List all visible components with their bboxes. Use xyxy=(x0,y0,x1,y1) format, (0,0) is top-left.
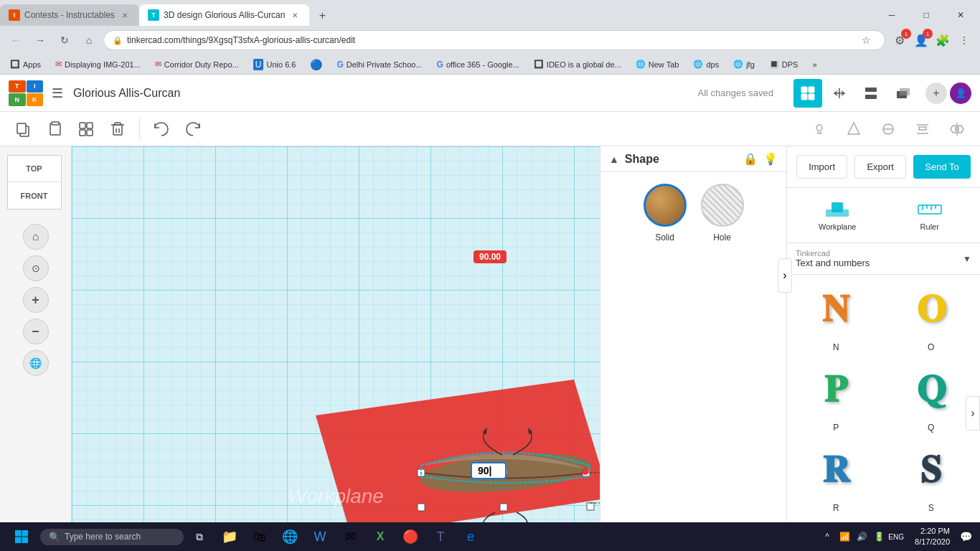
tray-sound-icon[interactable]: 🔊 xyxy=(854,529,869,544)
taskbar-chrome-icon[interactable]: 🌐 xyxy=(275,524,304,550)
group-button[interactable] xyxy=(72,115,100,143)
bookmark-jfg[interactable]: 🌐 jfg xyxy=(729,58,759,70)
subtract-button[interactable] xyxy=(874,115,903,143)
shape-button[interactable] xyxy=(839,115,868,143)
taskbar-store-icon[interactable]: 🛍 xyxy=(245,524,274,550)
shape-item-s[interactable]: 𝐒 S xyxy=(888,441,975,513)
mirror-button[interactable] xyxy=(943,115,971,143)
align-button[interactable] xyxy=(908,115,937,143)
solid-option[interactable]: Solid xyxy=(644,184,687,242)
delete-button[interactable] xyxy=(103,115,132,143)
dimension-input[interactable]: 90| xyxy=(471,462,507,479)
paste-button[interactable] xyxy=(40,115,69,143)
panel-collapse-arrow[interactable]: › xyxy=(778,258,792,293)
zoom-in-button[interactable]: + xyxy=(23,287,49,313)
shape-panel-header[interactable]: ▲ Shape 🔒 💡 xyxy=(600,146,786,172)
view-cube[interactable]: TOP FRONT xyxy=(7,155,65,212)
address-bar[interactable]: 🔒 tinkercad.com/things/9XgsqT3sfxA-glori… xyxy=(103,30,885,50)
tray-keyboard-icon[interactable]: ENG xyxy=(889,529,903,544)
tray-battery-icon[interactable]: 🔋 xyxy=(872,529,886,544)
zoom-out-button[interactable]: − xyxy=(23,319,49,344)
bookmark-newtab[interactable]: 🌐 New Tab xyxy=(631,58,684,70)
layers-view-button[interactable] xyxy=(857,79,885,108)
new-tab-button[interactable]: + xyxy=(312,6,332,26)
bookmark-icon[interactable]: ☆ xyxy=(856,30,876,50)
search-box[interactable]: 🔍 Type here to search xyxy=(40,529,184,545)
bulb-shape-icon[interactable]: 💡 xyxy=(763,152,778,166)
tray-network-icon[interactable]: 📶 xyxy=(837,529,852,544)
close-window-button[interactable]: ✕ xyxy=(944,4,977,26)
tray-chevron-icon[interactable]: ^ xyxy=(820,529,834,544)
profile-icon[interactable]: 👤 1 xyxy=(911,30,931,50)
bookmark-unio[interactable]: U Unio 6.6 xyxy=(249,57,301,72)
tab-close-instructables[interactable]: ✕ xyxy=(119,9,131,21)
task-view-button[interactable]: ⧉ xyxy=(185,524,214,550)
ruler-button[interactable]: Ruler xyxy=(885,194,975,237)
start-button[interactable] xyxy=(4,524,39,550)
back-button[interactable]: ← xyxy=(6,30,26,50)
home-view-button[interactable]: ⌂ xyxy=(23,224,49,250)
taskbar-explorer-icon[interactable]: 📁 xyxy=(215,524,244,550)
orbit-button[interactable]: 🌐 xyxy=(23,350,49,376)
extensions-puzzle-icon[interactable]: 🧩 xyxy=(933,30,953,50)
avatar-current-user[interactable]: 👤 xyxy=(950,83,971,104)
taskbar-word-icon[interactable]: W xyxy=(306,524,334,550)
bookmark-overflow[interactable]: » xyxy=(808,59,821,70)
undo-button[interactable] xyxy=(147,115,176,143)
tab-tinkercad[interactable]: T 3D design Glorious Allis-Curcan ✕ xyxy=(139,4,309,26)
bookmark-apps[interactable]: 🔲 Apps xyxy=(6,58,45,70)
refresh-button[interactable]: ↻ xyxy=(55,30,75,50)
menu-icon[interactable]: ☰ xyxy=(52,85,63,101)
taskbar-app1-icon[interactable]: 🔴 xyxy=(396,524,425,550)
shape-item-r[interactable]: 𝐑 R xyxy=(793,441,880,513)
view-cube-display[interactable]: TOP FRONT xyxy=(7,155,62,209)
export-button[interactable]: Export xyxy=(854,155,906,179)
app-content: T I N K ☰ Glorious Allis-Curcan All chan… xyxy=(0,75,980,551)
tab-instructables[interactable]: I Contests - Instructables ✕ xyxy=(0,4,139,26)
maximize-button[interactable]: □ xyxy=(910,4,943,26)
move-view-button[interactable] xyxy=(825,79,854,108)
bookmark-blue[interactable]: 🔵 xyxy=(306,57,326,72)
bookmark-ideo[interactable]: 🔲 IDEO is a global de... xyxy=(529,58,626,70)
view-cube-top[interactable]: TOP xyxy=(8,156,61,182)
view-cube-front[interactable]: FRONT xyxy=(8,182,61,209)
shape-item-q[interactable]: 𝐐 Q xyxy=(888,361,975,433)
bookmark-office365[interactable]: G office 365 - Google... xyxy=(433,58,524,71)
fit-view-button[interactable]: ⊙ xyxy=(23,255,49,281)
forward-button[interactable]: → xyxy=(30,30,50,50)
system-clock[interactable]: 2:20 PM 8/17/2020 xyxy=(910,526,954,548)
shapes-scroll-arrow[interactable]: › xyxy=(966,396,980,430)
grid-view-button[interactable] xyxy=(793,79,822,108)
shape-item-n[interactable]: 𝐍 N xyxy=(793,281,880,352)
bookmark-dps[interactable]: 🌐 dps xyxy=(689,58,723,70)
box-view-button[interactable] xyxy=(888,79,917,108)
import-button[interactable]: Import xyxy=(796,155,847,179)
bookmark-img201[interactable]: ✉ Displaying IMG-201... xyxy=(51,58,145,70)
taskbar-edge-icon[interactable]: e xyxy=(456,524,485,550)
copy-button[interactable] xyxy=(9,115,37,143)
taskbar-excel-icon[interactable]: X xyxy=(366,524,395,550)
bookmark-dps2[interactable]: 🔳 DPS xyxy=(765,58,803,70)
canvas-area[interactable]: 90.00 90| Workplane Edit Grid Snap Grid … xyxy=(72,146,600,551)
minimize-button[interactable]: ─ xyxy=(875,4,908,26)
lock-shape-icon[interactable]: 🔒 xyxy=(743,152,758,166)
extensions-icon[interactable]: ⚙ 1 xyxy=(890,30,910,50)
shape-item-p[interactable]: 𝐏 P xyxy=(793,361,880,433)
redo-button[interactable] xyxy=(179,115,207,143)
taskbar-mail-icon[interactable]: ✉ xyxy=(336,524,364,550)
notification-button[interactable]: 💬 xyxy=(956,524,976,550)
chrome-settings-icon[interactable]: ⋮ xyxy=(954,30,974,50)
add-user-button[interactable]: + xyxy=(925,83,947,104)
tinkercad-logo[interactable]: T I N K xyxy=(9,80,43,106)
workplane-button[interactable]: Workplane xyxy=(793,194,882,237)
sendto-button[interactable]: Send To xyxy=(913,155,970,179)
home-button[interactable]: ⌂ xyxy=(79,30,99,50)
taskbar-teams-icon[interactable]: T xyxy=(426,524,455,550)
bookmark-delhi[interactable]: G Delhi Private Schoo... xyxy=(332,58,426,71)
tab-close-tinkercad[interactable]: ✕ xyxy=(289,9,301,21)
category-dropdown-arrow[interactable]: ▼ xyxy=(963,254,971,264)
bookmark-corridor[interactable]: ✉ Corridor Duty Repo... xyxy=(151,58,243,70)
hole-option[interactable]: Hole xyxy=(701,184,744,242)
shape-item-o[interactable]: 𝐎 O xyxy=(888,281,975,352)
light-bulb-button[interactable] xyxy=(805,115,834,143)
